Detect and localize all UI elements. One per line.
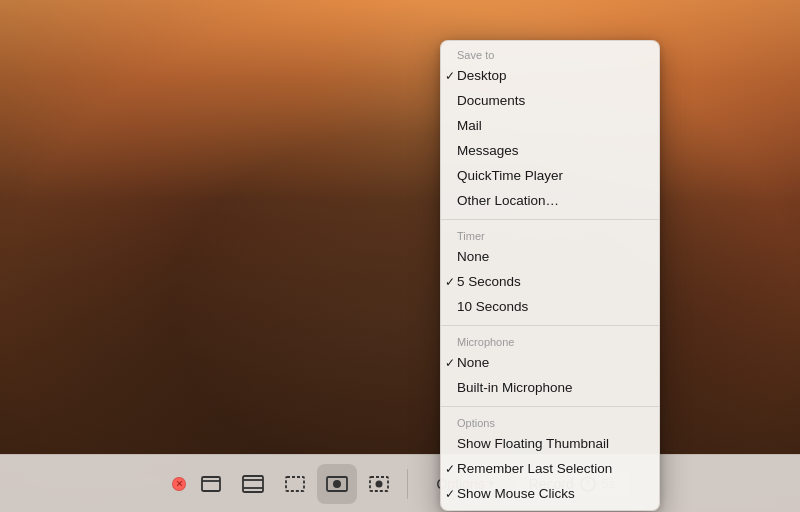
menu-item-other-label: Other Location… bbox=[457, 193, 559, 208]
menu-item-messages[interactable]: Messages bbox=[441, 138, 659, 163]
menu-item-builtin-mic-label: Built-in Microphone bbox=[457, 380, 573, 395]
svg-rect-0 bbox=[202, 477, 220, 491]
menu-item-quicktime[interactable]: QuickTime Player bbox=[441, 163, 659, 188]
check-mouse: ✓ bbox=[445, 487, 455, 501]
menu-item-5sec[interactable]: ✓ 5 Seconds bbox=[441, 269, 659, 294]
check-mic-none: ✓ bbox=[445, 356, 455, 370]
record-screen-icon bbox=[325, 472, 349, 496]
menu-item-desktop[interactable]: ✓ Desktop bbox=[441, 63, 659, 88]
menu-item-remember-label: Remember Last Selection bbox=[457, 461, 612, 476]
microphone-label: Microphone bbox=[441, 332, 659, 350]
menu-item-messages-label: Messages bbox=[457, 143, 519, 158]
svg-rect-2 bbox=[243, 476, 263, 492]
menu-item-desktop-label: Desktop bbox=[457, 68, 507, 83]
sky-overlay bbox=[0, 0, 800, 200]
save-to-label: Save to bbox=[441, 45, 659, 63]
capture-screen-button[interactable] bbox=[233, 464, 273, 504]
menu-item-builtin-mic[interactable]: Built-in Microphone bbox=[441, 375, 659, 400]
separator-1 bbox=[441, 219, 659, 220]
record-screen-button[interactable] bbox=[317, 464, 357, 504]
capture-selection-icon bbox=[283, 472, 307, 496]
close-circle-icon bbox=[172, 477, 186, 491]
capture-window-icon bbox=[199, 472, 223, 496]
menu-item-mouse[interactable]: ✓ Show Mouse Clicks bbox=[441, 481, 659, 506]
record-selection-icon bbox=[367, 472, 391, 496]
menu-item-other[interactable]: Other Location… bbox=[441, 188, 659, 213]
check-remember: ✓ bbox=[445, 462, 455, 476]
menu-item-10sec[interactable]: 10 Seconds bbox=[441, 294, 659, 319]
capture-window-button[interactable] bbox=[191, 464, 231, 504]
menu-item-5sec-label: 5 Seconds bbox=[457, 274, 521, 289]
menu-item-floating[interactable]: Show Floating Thumbnail bbox=[441, 431, 659, 456]
timer-label: Timer bbox=[441, 226, 659, 244]
menu-section-microphone: Microphone ✓ None Built-in Microphone bbox=[441, 328, 659, 404]
capture-selection-button[interactable] bbox=[275, 464, 315, 504]
toolbar-tools bbox=[169, 464, 399, 504]
menu-item-documents[interactable]: Documents bbox=[441, 88, 659, 113]
close-button[interactable] bbox=[169, 474, 189, 494]
menu-item-timer-none[interactable]: None bbox=[441, 244, 659, 269]
menu-item-floating-label: Show Floating Thumbnail bbox=[457, 436, 609, 451]
check-desktop: ✓ bbox=[445, 69, 455, 83]
menu-item-mail[interactable]: Mail bbox=[441, 113, 659, 138]
separator-3 bbox=[441, 406, 659, 407]
menu-section-save-to: Save to ✓ Desktop Documents Mail Message… bbox=[441, 41, 659, 217]
check-5sec: ✓ bbox=[445, 275, 455, 289]
toolbar-divider bbox=[407, 469, 408, 499]
menu-item-documents-label: Documents bbox=[457, 93, 525, 108]
menu-item-10sec-label: 10 Seconds bbox=[457, 299, 528, 314]
menu-section-timer: Timer None ✓ 5 Seconds 10 Seconds bbox=[441, 222, 659, 323]
menu-item-quicktime-label: QuickTime Player bbox=[457, 168, 563, 183]
context-menu: Save to ✓ Desktop Documents Mail Message… bbox=[440, 40, 660, 511]
svg-rect-5 bbox=[286, 477, 304, 491]
separator-2 bbox=[441, 325, 659, 326]
menu-item-mic-none-label: None bbox=[457, 355, 489, 370]
menu-item-remember[interactable]: ✓ Remember Last Selection bbox=[441, 456, 659, 481]
menu-item-mouse-label: Show Mouse Clicks bbox=[457, 486, 575, 501]
capture-screen-icon bbox=[241, 472, 265, 496]
menu-item-mail-label: Mail bbox=[457, 118, 482, 133]
menu-item-mic-none[interactable]: ✓ None bbox=[441, 350, 659, 375]
menu-section-options: Options Show Floating Thumbnail ✓ Rememb… bbox=[441, 409, 659, 510]
menu-item-timer-none-label: None bbox=[457, 249, 489, 264]
options-section-label: Options bbox=[441, 413, 659, 431]
screenshot-toolbar: Options ▾ Record 5s bbox=[0, 454, 800, 512]
record-selection-button[interactable] bbox=[359, 464, 399, 504]
svg-point-7 bbox=[333, 480, 341, 488]
svg-point-9 bbox=[376, 480, 383, 487]
